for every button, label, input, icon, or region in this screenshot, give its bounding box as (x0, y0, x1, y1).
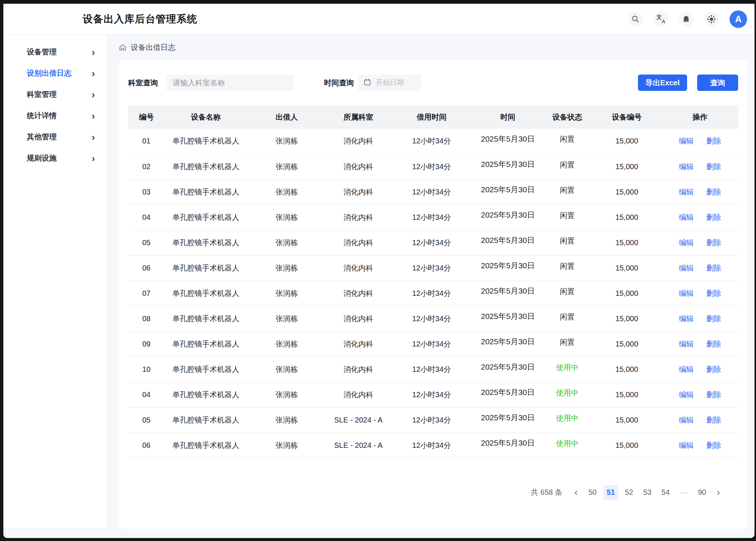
cell-duration: 12小时34分 (390, 382, 473, 407)
delete-link[interactable]: 删除 (706, 416, 721, 424)
sidebar-item[interactable]: 设备管理 › (3, 41, 106, 63)
export-excel-button[interactable]: 导出Excel (638, 75, 687, 91)
edit-link[interactable]: 编辑 (679, 314, 694, 323)
edit-link[interactable]: 编辑 (679, 365, 694, 373)
cell-duration: 12小时34分 (390, 154, 473, 179)
page-number-button[interactable]: 54 (658, 485, 673, 500)
start-date-picker[interactable]: 开始日期 (358, 75, 421, 91)
chevron-right-icon: › (92, 70, 95, 77)
page-number-button[interactable]: 52 (622, 485, 636, 500)
delete-link[interactable]: 删除 (706, 314, 721, 323)
edit-link[interactable]: 编辑 (679, 441, 694, 449)
edit-link[interactable]: 编辑 (679, 340, 694, 348)
language-button[interactable]: 文A (654, 12, 668, 26)
user-avatar[interactable]: A (730, 10, 747, 28)
cell-no: 06 (128, 255, 165, 281)
cell-status: 闲置 (543, 230, 592, 255)
cell-device-code: 15,000 (592, 230, 662, 255)
cell-actions: 编辑 删除 (662, 205, 738, 230)
delete-link[interactable]: 删除 (706, 390, 721, 399)
delete-link[interactable]: 删除 (706, 441, 721, 449)
cell-status: 闲置 (543, 154, 592, 179)
cell-status: 闲置 (543, 129, 592, 154)
page-number-button[interactable]: 53 (640, 485, 655, 500)
app-window: 设备出入库后台管理系统 文A (3, 4, 755, 538)
table-row: 04 单孔腔镜手术机器人 张润栋 消化内科 12小时34分 2025年5月30日… (128, 382, 738, 407)
table-header-cell: 操作 (662, 105, 738, 129)
page-number-button[interactable]: 51 (603, 485, 618, 500)
delete-link[interactable]: 删除 (706, 188, 721, 196)
edit-link[interactable]: 编辑 (679, 162, 694, 171)
edit-link[interactable]: 编辑 (679, 238, 694, 247)
cell-borrower: 张润栋 (247, 433, 326, 458)
edit-link[interactable]: 编辑 (679, 264, 694, 272)
bell-icon (682, 15, 690, 23)
cell-borrower: 张润栋 (247, 179, 326, 205)
delete-link[interactable]: 删除 (706, 238, 721, 247)
calendar-icon (364, 79, 371, 87)
delete-link[interactable]: 删除 (706, 264, 721, 272)
cell-duration: 12小时34分 (390, 179, 473, 205)
cell-borrower: 张润栋 (247, 205, 326, 230)
delete-link[interactable]: 删除 (706, 289, 721, 297)
cell-device-name: 单孔腔镜手术机器人 (165, 407, 247, 433)
cell-date: 2025年5月30日 (473, 154, 543, 179)
edit-link[interactable]: 编辑 (679, 416, 694, 424)
table-row: 05 单孔腔镜手术机器人 张润栋 SLE - 2024 - A 12小时34分 … (128, 407, 738, 433)
table-header-cell: 借用时间 (390, 105, 473, 129)
sidebar-item[interactable]: 科室管理 › (3, 84, 106, 105)
delete-link[interactable]: 删除 (706, 365, 721, 373)
cell-duration: 12小时34分 (390, 129, 473, 154)
sidebar-item[interactable]: 规则设施 › (3, 148, 106, 169)
theme-button[interactable] (704, 12, 719, 26)
edit-link[interactable]: 编辑 (679, 188, 694, 196)
cell-department: 消化内科 (326, 230, 390, 255)
delete-link[interactable]: 删除 (706, 213, 721, 221)
next-page-button[interactable]: › (713, 485, 724, 500)
cell-no: 05 (128, 407, 165, 433)
cell-duration: 12小时34分 (390, 407, 473, 433)
prev-page-button[interactable]: ‹ (571, 485, 582, 500)
notifications-button[interactable] (679, 12, 693, 26)
cell-date: 2025年5月30日 (473, 230, 543, 255)
cell-device-name: 单孔腔镜手术机器人 (165, 129, 247, 154)
edit-link[interactable]: 编辑 (679, 137, 694, 145)
cell-department: 消化内科 (326, 255, 390, 281)
search-button[interactable] (628, 12, 643, 26)
table-header-cell: 设备编号 (592, 105, 662, 129)
search-icon (631, 15, 640, 23)
cell-borrower: 张润栋 (247, 255, 326, 281)
page-number-button[interactable]: 90 (695, 485, 709, 500)
page-number-button[interactable]: 50 (585, 485, 600, 500)
cell-no: 07 (128, 281, 165, 306)
page-number-button[interactable]: ··· (676, 485, 691, 500)
sidebar-item[interactable]: 统计详情 › (3, 105, 106, 126)
sidebar-item[interactable]: 其他管理 › (3, 126, 106, 148)
brightness-icon (707, 15, 716, 23)
sidebar-item[interactable]: 设别出借日志 › (3, 63, 106, 84)
cell-device-code: 15,000 (592, 382, 662, 407)
table-row: 10 单孔腔镜手术机器人 张润栋 消化内科 12小时34分 2025年5月30日… (128, 357, 738, 382)
query-button[interactable]: 查询 (697, 75, 738, 91)
cell-duration: 12小时34分 (390, 433, 473, 458)
cell-department: 消化内科 (326, 179, 390, 205)
chevron-right-icon: › (92, 155, 95, 162)
sidebar-menu: 设备管理 › 设别出借日志 › 科室管理 › 统计详情 › 其他管理 › 规则设… (3, 41, 106, 169)
delete-link[interactable]: 删除 (706, 162, 721, 171)
dept-search-input[interactable] (166, 75, 294, 91)
cell-borrower: 张润栋 (247, 154, 326, 179)
sidebar-item-label: 统计详情 (27, 111, 57, 121)
cell-borrower: 张润栋 (247, 129, 326, 154)
home-icon[interactable] (119, 44, 127, 51)
cell-date: 2025年5月30日 (473, 129, 543, 154)
cell-device-code: 15,000 (592, 433, 662, 458)
cell-actions: 编辑 删除 (662, 281, 738, 306)
cell-department: 消化内科 (326, 281, 390, 306)
edit-link[interactable]: 编辑 (679, 390, 694, 399)
cell-department: 消化内科 (326, 357, 390, 382)
delete-link[interactable]: 删除 (706, 137, 721, 145)
cell-no: 03 (128, 179, 165, 205)
edit-link[interactable]: 编辑 (679, 213, 694, 221)
delete-link[interactable]: 删除 (706, 340, 721, 348)
edit-link[interactable]: 编辑 (679, 289, 694, 297)
